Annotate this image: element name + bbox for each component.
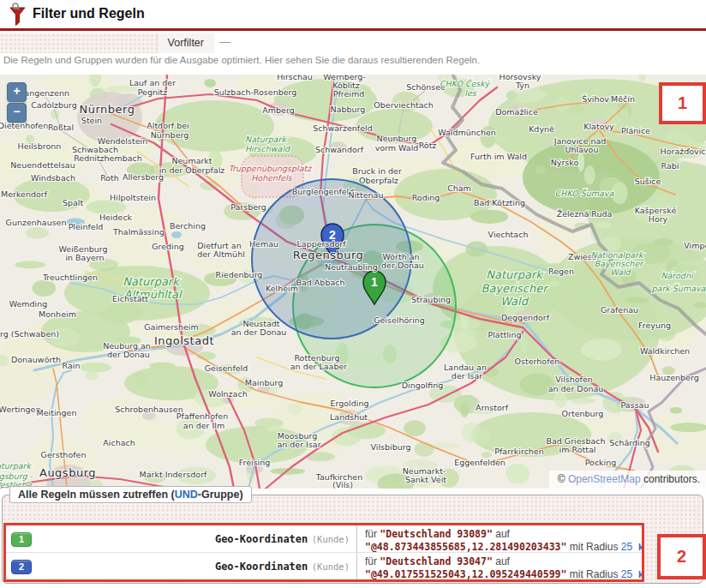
map-label: Ergolding [331,399,369,408]
tab-vorfilter[interactable]: Vorfilter [157,33,214,53]
map-label: Oberviechtach [374,100,433,110]
map-label: Altdorf bei [147,121,189,130]
map-label: Neumarkt [171,156,212,165]
map-label: Donauwörth [11,355,61,364]
map-label: Hirschwald [245,144,290,153]
map-label: Schwandorf [315,145,364,154]
map-label: Thalmässing [112,227,165,237]
legend-text-post: -Gruppe) [198,489,243,501]
map-label: Bruck in der [352,166,402,176]
map-label: Cadolzburg [31,100,77,110]
map-label: Regen [548,267,574,276]
map-label: Greding [152,242,184,251]
map-label: vorm Wald [375,143,419,153]
map-viewport[interactable]: 21 LangenzennCadolzburgNürnbergSteinDiet… [0,75,706,489]
map-label: Klatovy [583,122,614,131]
openstreetmap-link[interactable]: OpenStreetMap [568,473,641,485]
tab-separator-dash: — [219,35,230,48]
map-label: CHKO Český [440,79,491,88]
map-label: Lappersdorf [297,239,347,249]
map-label: Naturpark [0,461,32,471]
map-label: Deggendorf [501,313,550,322]
map-label: Bad Kötzting [474,198,525,207]
map-label: der Altmühl [197,249,245,259]
filter-funnel-icon [8,3,28,27]
map-label: an der Ilm [183,421,224,430]
map-label: Grafenau [601,305,638,315]
map-label: Rabí [661,161,679,171]
map-label: les [464,88,476,98]
map-label: Regensburg [293,249,364,261]
map-label: Plánice [621,126,650,135]
zoom-out-button[interactable]: − [7,103,27,123]
map-label: Burglengenfeld [292,187,355,196]
rule-row-1[interactable]: 1Geo-Koordinaten (Kunde)für "Deutschland… [6,525,642,552]
map-label: Freyung [638,321,671,330]
rule-row-2[interactable]: 2Geo-Koordinaten (Kunde)für "Deutschland… [6,552,642,579]
map-label: der Donau [381,261,424,270]
map-label: in Bayern [65,253,104,262]
map-label: Passau [621,400,649,410]
rule-auf: auf [493,555,510,567]
map-label: Gaimersheim [144,322,199,332]
map-label: der Isar [452,371,482,381]
map-canvas[interactable]: 21 LangenzennCadolzburgNürnbergSteinDiet… [0,75,706,489]
tab-strip: Vorfilter [0,33,214,53]
rule-country-value: "Deutschland 93047" [380,555,493,567]
map-label: Domažlice [495,107,538,117]
map-label: Roding [412,193,440,202]
annotation-box-1: 1 [659,82,706,124]
legend-text: Alle Regeln müssen zutreffen ( [18,489,175,501]
rule-condition-line2: "@49.017551525043,12.095249440599" mit R… [365,568,642,579]
map-label: Týn [515,81,530,90]
map-label: Stein [81,116,102,125]
map-label: Schärding [609,438,650,447]
rule-field-col: Geo-Koordinaten (Kunde) [39,553,356,579]
map-label: Landshut [330,412,368,422]
map-label: der Donau [107,350,150,359]
map-label: Hory [649,214,668,224]
map-label: Pfaffenhofen [176,411,228,421]
map-label: Schrobenhausen [115,405,182,414]
map-label: Truppenübungsplatz [229,164,313,173]
map-label: Pfreimd [333,89,365,99]
zoom-in-button[interactable]: + [7,82,27,102]
map-label: Pegnitz [138,87,168,97]
map-label: Mainburg [245,378,284,387]
map-label: Wald [500,295,530,308]
map-label: Švihov [582,94,609,104]
rule-fuer: für [365,528,380,540]
map-label: Měčín [611,94,635,104]
rule-field-col: Geo-Koordinaten (Kunde) [39,525,356,552]
map-label: Lauf an der [129,78,176,87]
map-label: Freising [239,458,271,467]
map-label: Berching [170,221,206,231]
annotation-box-2: 2 [657,534,706,579]
map-label: Ortenburg [562,409,604,418]
map-label: Bad Abbach [296,278,344,287]
map-label: Vilsbiburg [370,442,410,452]
rule-mit-radius: mit Radius [566,541,620,552]
map-label: Waldkirchen [640,346,690,356]
map-label: Heilsbronn [18,141,62,151]
map-label: Geiselhöring [374,315,425,325]
map-label: Waldmünchen [438,128,496,137]
attribution-suffix: contributors. [641,473,700,485]
map-label: Hemau [249,239,278,249]
map-label: Naturpark [245,135,287,144]
map-label: im Rottal [559,445,596,454]
map-label: Amberg [262,105,294,115]
map-label: Monheim [39,309,76,319]
rules-group-legend: Alle Regeln müssen zutreffen (UND-Gruppe… [9,486,252,503]
rule-condition-col: für "Deutschland 93089" auf"@48.87344385… [356,525,642,552]
map-label: Schwarzenfeld [313,123,372,133]
map-label: Úhlavou [565,145,599,154]
map-label: Hohenfels [251,173,293,183]
map-label: Pleinfeld [69,222,104,231]
map-label: Spalt [63,198,84,207]
map-label: Plattling [488,330,522,339]
map-label: Wemding [9,299,48,309]
map-label: Viechtach [488,230,529,239]
map-label: Wertingen [0,405,40,414]
rule-auf: auf [493,528,510,540]
